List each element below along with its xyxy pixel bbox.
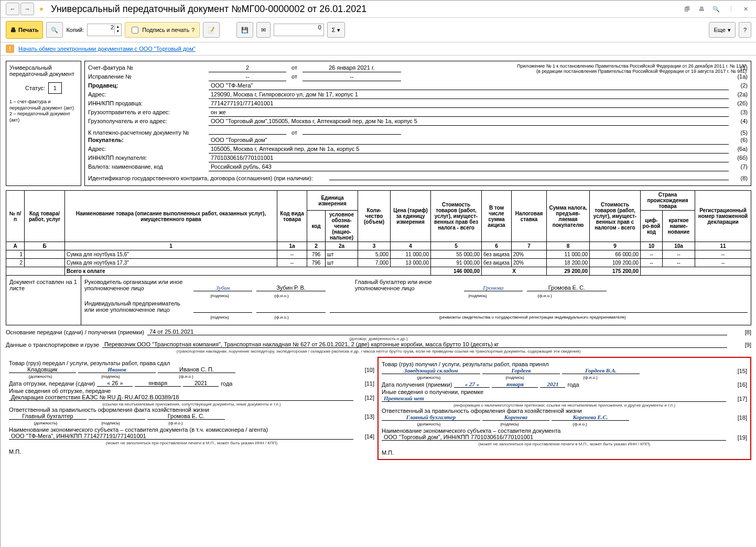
items-table: № п/п Код товара/ работ, услуг Наименова… (6, 190, 751, 276)
status-legend: 1 – счет-фактура и передаточный документ… (9, 99, 78, 124)
head-label: Руководитель организации или иное уполно… (84, 279, 189, 291)
th-name: Наименование товара (описание выполненны… (65, 191, 277, 242)
spin-down-icon[interactable]: ▼ (114, 29, 121, 34)
th-cost-wo: Стоимость товаров (работ, услуг), имущес… (431, 191, 482, 242)
trans-label: Данные о транспортировке и грузе (6, 342, 99, 348)
th-rate: Налоговая ставка (512, 191, 547, 242)
pages-info: Документ составлен на 1 листе (6, 276, 81, 325)
th-ccode: циф-ро-вой код (641, 211, 663, 242)
print-button[interactable]: 🖶 Печать (6, 21, 43, 39)
left-subj: ООО "ТФ-Мега", ИНН/КПП 7714277191/771401… (9, 433, 353, 440)
th-qty: Коли-чество (объем) (358, 191, 391, 242)
th-code: Код товара/ работ, услуг (25, 191, 65, 242)
th-decl: Регистрационный номер таможенной деклара… (695, 191, 751, 242)
right-other: Претензий нет (382, 395, 726, 402)
trans-code: [9] (730, 342, 751, 348)
basis-label: Основание передачи (сдачи) / получения (… (6, 329, 144, 335)
invoice-header: Приложение № 1 к постановлению Правитель… (84, 61, 751, 186)
help-button[interactable]: ? (739, 22, 751, 38)
head-signature: Зубин (193, 285, 252, 291)
receive-column: Товар (груз) получил / услуги, результат… (377, 357, 751, 460)
trans-value: Перевозчик ООО "Транспортная компания", … (102, 341, 727, 348)
more-button[interactable]: Еще ▾ (709, 22, 735, 38)
right-signature: Гордеев (482, 367, 560, 374)
left-position: Кладовщик (9, 366, 76, 373)
sum-button[interactable]: Σ ▾ (327, 22, 345, 38)
forward-button[interactable]: → (20, 3, 34, 15)
window-title: Универсальный передаточный документ №МГ0… (51, 4, 681, 15)
th-unit: Единица измерения (307, 191, 358, 211)
spin-up-icon[interactable]: ▲ (114, 25, 121, 29)
back-button[interactable]: ← (6, 3, 19, 15)
th-excise: В том числе сумма акциза (482, 191, 512, 242)
th-cname: краткое наиме-нование (663, 211, 695, 242)
right-name: Гордеев В.А. (562, 367, 640, 374)
copies-label: Копий: (66, 27, 84, 33)
th-kind: Код вида товара (277, 191, 307, 242)
save-to-file-icon[interactable]: 🗐 (681, 3, 693, 15)
basis-code: [8] (730, 329, 751, 335)
th-cost-w: Стоимость товаров (работ, услуг), имущес… (590, 191, 641, 242)
save-button[interactable]: 💾 (236, 22, 253, 38)
upd-left-box: Универсальный передаточный документ Стат… (6, 61, 81, 186)
th-no: № п/п (6, 191, 25, 242)
left-signature: Иванов (78, 366, 156, 373)
more-icon[interactable]: ⋮ (725, 3, 737, 15)
totals-row: Всего к оплате146 000,00Х29 200,00175 20… (6, 267, 751, 276)
acc-name: Громова Е. С. (527, 285, 607, 291)
transfer-column: Товар (груз) передал / услуги, результат… (6, 357, 377, 460)
signatures-block: Документ составлен на 1 листе Руководите… (6, 276, 751, 325)
table-row: 2Сумка для ноутбука 17,3"--796шт7,00013 … (6, 259, 751, 267)
th-ucode: код (307, 211, 326, 242)
ip-label: Индивидуальный предприниматель или иное … (84, 300, 189, 313)
th-country: Страна происхождения товара (641, 191, 695, 211)
status-label: Статус: (25, 85, 45, 91)
th-price: Цена (тариф) за единицу измерения (391, 191, 431, 242)
copies-input[interactable]: 2▲▼ (87, 24, 122, 36)
close-icon[interactable]: ✕ (740, 3, 751, 15)
sign-checkbox[interactable] (132, 27, 138, 34)
print-icon[interactable]: 🖶 (696, 3, 707, 15)
email-button[interactable]: ✉ (256, 22, 271, 38)
preview-icon[interactable]: 🔍 (710, 3, 722, 15)
edi-link[interactable]: Начать обмен электронными документами с … (18, 46, 196, 52)
left-other: Декларация соответствия ЕАЭС № RU Д- RU.… (9, 394, 353, 401)
th-uname: условное обозна-чение (нацио-нальное) (326, 211, 358, 242)
appendix-note: Приложение № 1 к постановлению Правитель… (517, 63, 747, 74)
basis-value: 74 от 25.01.2021 (147, 329, 727, 335)
right-position: Заведующий складом (382, 367, 480, 374)
right-subj: ООО "Торговый дом", ИНН/КПП 7701030616/7… (382, 434, 726, 441)
toolbar: 🖶 Печать 🔍 Копий: 2▲▼ Подпись и печать ?… (1, 18, 756, 42)
sum-field[interactable]: 0 (274, 24, 324, 36)
infobar: ! Начать обмен электронными документами … (1, 42, 756, 56)
alert-icon: ! (6, 45, 14, 53)
upd-label: Универсальный передаточный документ (9, 64, 78, 77)
th-tax: Сумма налога, предъяв-ляемая покупателю (547, 191, 590, 242)
table-row: 1Сумка для ноутбука 15,6"--796шт5,00011 … (6, 250, 751, 259)
acc-label: Главный бухгалтер или иное уполномоченно… (355, 279, 460, 291)
edit-button[interactable]: 📝 (203, 22, 220, 38)
sign-stamp-button[interactable]: Подпись и печать ? (125, 22, 200, 38)
status-value: 1 (48, 82, 62, 94)
head-name: Зубин Р. В. (256, 285, 326, 291)
zoom-button[interactable]: 🔍 (46, 22, 63, 38)
acc-signature: Громова (464, 285, 523, 291)
titlebar: ← → ★ Универсальный передаточный докумен… (1, 1, 756, 18)
favorite-icon[interactable]: ★ (35, 3, 48, 15)
left-name: Иванов С. П. (158, 366, 235, 373)
